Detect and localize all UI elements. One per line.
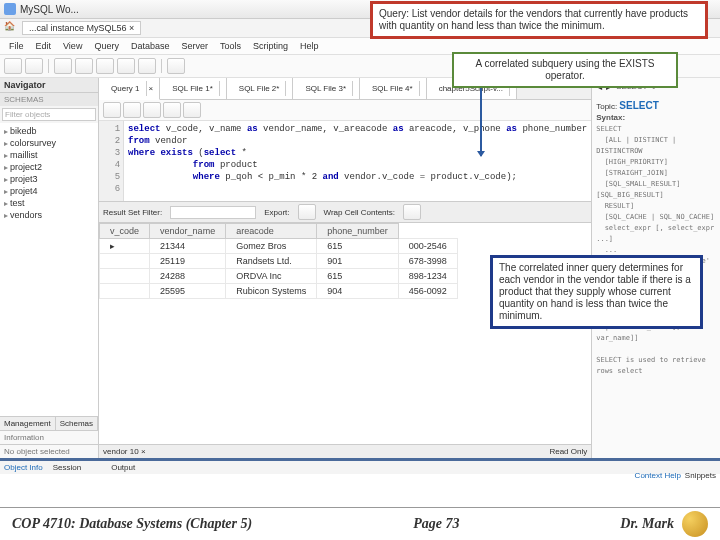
result-filter-input[interactable] [170, 206, 256, 219]
toolbar-btn-8[interactable] [167, 58, 185, 74]
col-header[interactable]: areacode [226, 224, 317, 239]
export-icon[interactable] [298, 204, 316, 220]
menu-view[interactable]: View [58, 40, 87, 52]
toolbar-btn-2[interactable] [25, 58, 43, 74]
separator [48, 59, 49, 73]
menu-scripting[interactable]: Scripting [248, 40, 293, 52]
menu-edit[interactable]: Edit [31, 40, 57, 52]
title-text: MySQL Wo... [20, 4, 79, 15]
information-body: No object selected [0, 444, 98, 458]
output-tab-objectinfo[interactable]: Object Info [4, 463, 43, 472]
topic-label: Topic: [596, 102, 617, 111]
syntax-hint: SELECT [ALL | DISTINCT | DISTINCTROW [HI… [596, 124, 716, 377]
schema-item[interactable]: maillist [2, 149, 96, 161]
sql-tab[interactable]: SQL File 1* [160, 78, 227, 99]
sql-explain-icon[interactable] [163, 102, 181, 118]
sql-stop-icon[interactable] [183, 102, 201, 118]
menu-database[interactable]: Database [126, 40, 175, 52]
schema-item[interactable]: project2 [2, 161, 96, 173]
code-body[interactable]: select v_code, v_name as vendor_name, v_… [124, 121, 591, 201]
table-row[interactable]: 25119Randsets Ltd.901678-3998 [100, 254, 458, 269]
line-gutter: 123456 [99, 121, 124, 201]
sql-toolbar [99, 100, 591, 121]
menu-file[interactable]: File [4, 40, 29, 52]
table-row[interactable]: ▸21344Gomez Bros615000-2546 [100, 239, 458, 254]
callout-inner: The correlated inner query determines fo… [490, 255, 703, 329]
menu-server[interactable]: Server [176, 40, 213, 52]
wrap-label: Wrap Cell Contents: [324, 208, 395, 217]
output-panel: Object Info Session Output [0, 458, 720, 474]
filter-input[interactable]: Filter objects [2, 108, 96, 121]
app-logo-icon [4, 3, 16, 15]
toolbar-btn-6[interactable] [117, 58, 135, 74]
callout-exists: A correlated subquery using the EXISTS o… [452, 52, 678, 88]
menu-tools[interactable]: Tools [215, 40, 246, 52]
topic-value: SELECT [619, 100, 658, 111]
home-icon[interactable]: 🏠 [4, 21, 18, 35]
grid-footer: vendor 10 × Read Only [99, 444, 591, 458]
toolbar-btn-5[interactable] [96, 58, 114, 74]
pegasus-logo-icon [682, 511, 708, 537]
schemas-header: SCHEMAS [0, 93, 98, 106]
separator [161, 59, 162, 73]
toolbar-btn-3[interactable] [54, 58, 72, 74]
schema-tree: bikedb colorsurvey maillist project2 pro… [0, 123, 98, 416]
sql-tab[interactable]: SQL File 4* [360, 78, 427, 99]
footer-author: Dr. Mark [620, 516, 674, 532]
wrap-icon[interactable] [403, 204, 421, 220]
readonly-badge: Read Only [549, 447, 587, 456]
result-toolbar: Result Set Filter: Export: Wrap Cell Con… [99, 201, 591, 223]
schema-item[interactable]: bikedb [2, 125, 96, 137]
table-row[interactable]: 24288ORDVA Inc615898-1234 [100, 269, 458, 284]
nav-tab-schemas[interactable]: Schemas [56, 417, 98, 430]
sql-tab[interactable]: Query 1 × [99, 78, 160, 100]
callout-query: Query: List vendor details for the vendo… [370, 1, 708, 39]
toolbar-btn-7[interactable] [138, 58, 156, 74]
table-row[interactable]: 25595Rubicon Systems904456-0092 [100, 284, 458, 299]
col-header[interactable]: phone_number [317, 224, 399, 239]
output-tab-session[interactable]: Session [53, 463, 81, 472]
col-header[interactable]: v_code [100, 224, 150, 239]
slide-footer: COP 4710: Database Systems (Chapter 5) P… [0, 507, 720, 540]
schema-item[interactable]: projet3 [2, 173, 96, 185]
arrow-icon [480, 86, 482, 156]
sql-save-icon[interactable] [123, 102, 141, 118]
footer-left: COP 4710: Database Systems (Chapter 5) [12, 516, 252, 532]
sql-open-icon[interactable] [103, 102, 121, 118]
sql-editor[interactable]: 123456 select v_code, v_name as vendor_n… [99, 121, 591, 201]
col-header[interactable]: vendor_name [150, 224, 226, 239]
menu-help[interactable]: Help [295, 40, 324, 52]
sql-run-icon[interactable] [143, 102, 161, 118]
schema-item[interactable]: projet4 [2, 185, 96, 197]
toolbar-btn-4[interactable] [75, 58, 93, 74]
instance-tab[interactable]: ...cal instance MySQL56 × [22, 21, 141, 35]
filter-label: Result Set Filter: [103, 208, 162, 217]
navigator-panel: Navigator SCHEMAS Filter objects bikedb … [0, 78, 99, 458]
footer-page: Page 73 [413, 516, 459, 532]
result-tab[interactable]: vendor 10 × [103, 447, 146, 456]
schema-item[interactable]: vendors [2, 209, 96, 221]
schema-item[interactable]: test [2, 197, 96, 209]
navigator-title: Navigator [0, 78, 98, 93]
toolbar-btn-1[interactable] [4, 58, 22, 74]
schema-item[interactable]: colorsurvey [2, 137, 96, 149]
sql-tab[interactable]: SQL File 3* [293, 78, 360, 99]
syntax-label: Syntax: [596, 113, 716, 122]
menu-query[interactable]: Query [89, 40, 124, 52]
nav-tab-management[interactable]: Management [0, 417, 56, 430]
information-header: Information [0, 430, 98, 444]
export-label: Export: [264, 208, 289, 217]
output-label: Output [111, 463, 135, 472]
sql-tab[interactable]: SQL File 2* [227, 78, 294, 99]
nav-tabs: Management Schemas [0, 416, 98, 430]
